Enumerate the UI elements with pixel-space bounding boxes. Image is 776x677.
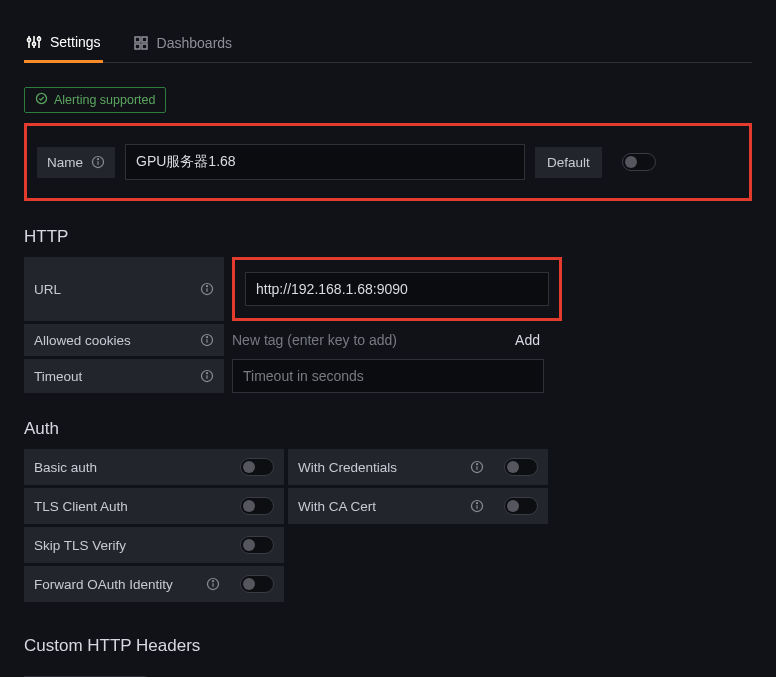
timeout-label: Timeout (24, 359, 224, 393)
allowed-cookies-input[interactable]: New tag (enter key to add) (232, 324, 501, 356)
svg-point-3 (32, 42, 35, 45)
alerting-supported-text: Alerting supported (54, 93, 155, 107)
with-credentials-toggle[interactable] (504, 458, 538, 476)
tab-settings[interactable]: Settings (24, 34, 103, 63)
svg-point-16 (206, 286, 207, 287)
url-input[interactable] (245, 272, 549, 306)
forward-oauth-toggle[interactable] (240, 575, 274, 593)
svg-rect-6 (135, 37, 140, 42)
allowed-cookies-add[interactable]: Add (511, 324, 544, 356)
info-icon[interactable] (206, 577, 220, 591)
allowed-cookies-label: Allowed cookies (24, 324, 224, 356)
auth-section-title: Auth (24, 419, 752, 439)
with-ca-cert-row: With CA Cert (288, 488, 548, 524)
http-section-title: HTTP (24, 227, 752, 247)
grid-icon (133, 35, 149, 51)
svg-point-22 (206, 373, 207, 374)
tls-client-auth-toggle[interactable] (240, 497, 274, 515)
timeout-input[interactable] (232, 359, 544, 393)
svg-point-13 (97, 159, 98, 160)
check-circle-icon (35, 92, 48, 108)
info-icon[interactable] (200, 333, 214, 347)
datasource-name-input[interactable] (125, 144, 525, 180)
svg-point-25 (212, 581, 213, 582)
info-icon[interactable] (200, 369, 214, 383)
basic-auth-toggle[interactable] (240, 458, 274, 476)
svg-rect-9 (142, 44, 147, 49)
with-ca-cert-toggle[interactable] (504, 497, 538, 515)
alerting-supported-badge: Alerting supported (24, 87, 166, 113)
info-icon[interactable] (470, 460, 484, 474)
info-icon[interactable] (91, 155, 105, 169)
svg-rect-7 (142, 37, 147, 42)
name-label: Name (37, 147, 115, 178)
default-toggle[interactable] (622, 153, 656, 171)
info-icon[interactable] (200, 282, 214, 296)
svg-point-5 (37, 37, 40, 40)
tab-dashboards[interactable]: Dashboards (131, 34, 235, 62)
skip-tls-verify-row: Skip TLS Verify (24, 527, 284, 563)
url-label: URL (24, 257, 224, 321)
forward-oauth-row: Forward OAuth Identity (24, 566, 284, 602)
svg-point-31 (476, 503, 477, 504)
url-highlight-box (232, 257, 562, 321)
svg-rect-8 (135, 44, 140, 49)
tls-client-auth-row: TLS Client Auth (24, 488, 284, 524)
tab-dashboards-label: Dashboards (157, 35, 233, 51)
svg-point-28 (476, 464, 477, 465)
svg-point-19 (206, 337, 207, 338)
info-icon[interactable] (470, 499, 484, 513)
tab-bar: Settings Dashboards (24, 0, 752, 63)
with-credentials-row: With Credentials (288, 449, 548, 485)
default-label: Default (535, 147, 602, 178)
default-toggle-cell (612, 144, 666, 180)
tab-settings-label: Settings (50, 34, 101, 50)
custom-headers-title: Custom HTTP Headers (24, 636, 752, 656)
skip-tls-verify-toggle[interactable] (240, 536, 274, 554)
basic-auth-row: Basic auth (24, 449, 284, 485)
sliders-icon (26, 34, 42, 50)
svg-point-1 (27, 38, 30, 41)
name-highlight-box: Name Default (24, 123, 752, 201)
